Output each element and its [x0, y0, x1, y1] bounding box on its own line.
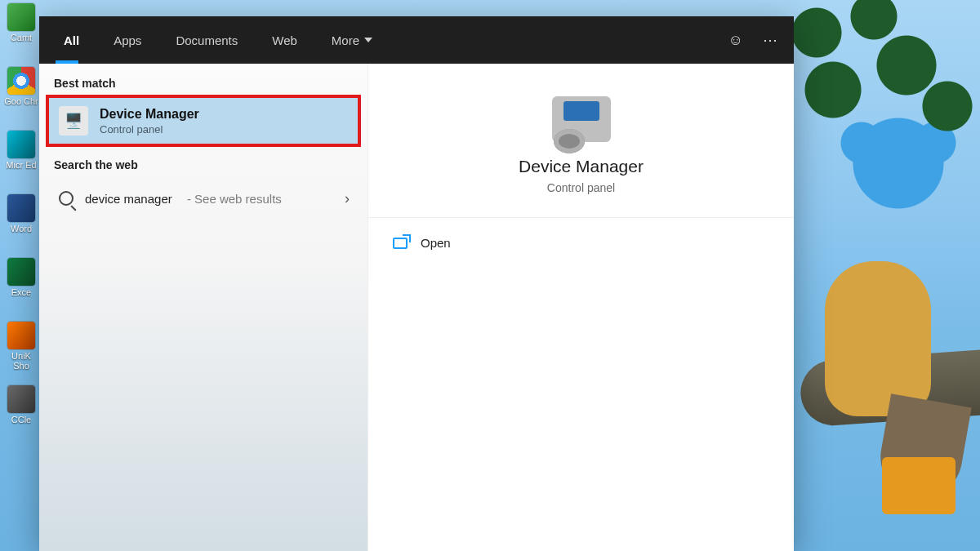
app-icon — [7, 385, 35, 413]
open-icon — [393, 238, 408, 249]
tab-label: All — [64, 33, 79, 47]
desktop-icon-chrome[interactable]: Goo Chr — [3, 67, 39, 119]
tab-all[interactable]: All — [56, 16, 87, 64]
app-icon — [7, 67, 35, 95]
feedback-icon[interactable]: ☺ — [728, 32, 743, 49]
search-tab-bar: All Apps Documents Web More ☺ ⋯ — [39, 16, 794, 64]
web-result-query: device manager — [85, 192, 172, 206]
desktop-icon-excel[interactable]: Exce — [3, 258, 39, 310]
wallpaper-leaves — [784, 0, 980, 147]
detail-subtitle: Control panel — [368, 181, 794, 194]
tab-label: More — [332, 33, 359, 47]
tab-documents[interactable]: Documents — [167, 16, 246, 64]
best-match-title: Device Manager — [100, 107, 199, 122]
desktop-icon-camtasia[interactable]: Camt — [3, 3, 39, 56]
action-open[interactable]: Open — [368, 218, 794, 268]
web-result-suffix: - See web results — [184, 192, 282, 206]
desktop-icon-label: CCle — [11, 415, 31, 424]
device-manager-icon: 🖥️ — [59, 106, 88, 136]
detail-header: Device Manager Control panel — [368, 64, 794, 218]
web-result-item[interactable]: device manager - See web results › — [44, 180, 363, 217]
best-match-text: Device Manager Control panel — [100, 107, 199, 136]
desktop-icon-label: Word — [11, 224, 32, 233]
desktop-icon-label: UniK Sho — [3, 351, 39, 371]
tabbar-right: ☺ ⋯ — [728, 31, 777, 49]
action-label: Open — [421, 236, 451, 250]
device-manager-large-icon — [552, 96, 611, 142]
detail-title: Device Manager — [368, 157, 794, 176]
tab-label: Web — [272, 33, 297, 47]
search-detail-pane: Device Manager Control panel Open — [368, 64, 794, 551]
chevron-right-icon: › — [345, 190, 350, 207]
tab-label: Apps — [114, 33, 141, 47]
section-best-match: Best match — [39, 64, 368, 96]
app-icon — [7, 3, 35, 31]
wallpaper-bag — [882, 457, 956, 514]
section-search-web: Search the web — [39, 145, 368, 178]
tab-web[interactable]: Web — [264, 16, 305, 64]
desktop-icon-edge[interactable]: Micr Ed — [3, 131, 39, 183]
app-icon — [7, 194, 35, 222]
app-icon — [7, 258, 35, 286]
desktop-icon-label: Exce — [11, 287, 31, 297]
desktop-icon-label: Micr Ed — [6, 160, 36, 170]
more-options-icon[interactable]: ⋯ — [763, 31, 777, 49]
app-icon — [7, 322, 35, 349]
desktop-icon-column: Camt Goo Chr Micr Ed Word Exce UniK Sho … — [3, 3, 39, 449]
desktop-icon-label: Camt — [11, 33, 32, 42]
tab-apps[interactable]: Apps — [105, 16, 149, 64]
tab-label: Documents — [176, 33, 238, 47]
desktop-icon-label: Goo Chr — [4, 96, 38, 106]
best-match-subtitle: Control panel — [100, 123, 199, 136]
tab-more[interactable]: More — [323, 16, 381, 64]
desktop-icon-unikey[interactable]: UniK Sho — [3, 322, 39, 374]
search-icon — [59, 191, 74, 206]
wallpaper-character — [825, 261, 931, 416]
search-results-pane: Best match 🖥️ Device Manager Control pan… — [39, 64, 368, 551]
desktop-icon-word[interactable]: Word — [3, 194, 39, 247]
chevron-down-icon — [364, 38, 372, 42]
start-search-panel: All Apps Documents Web More ☺ ⋯ Best mat… — [39, 16, 794, 551]
search-body: Best match 🖥️ Device Manager Control pan… — [39, 64, 794, 551]
desktop-icon-ccleaner[interactable]: CCle — [3, 385, 39, 438]
best-match-item-device-manager[interactable]: 🖥️ Device Manager Control panel — [47, 96, 359, 145]
desktop-background: Camt Goo Chr Micr Ed Word Exce UniK Sho … — [0, 0, 980, 551]
app-icon — [7, 131, 35, 158]
